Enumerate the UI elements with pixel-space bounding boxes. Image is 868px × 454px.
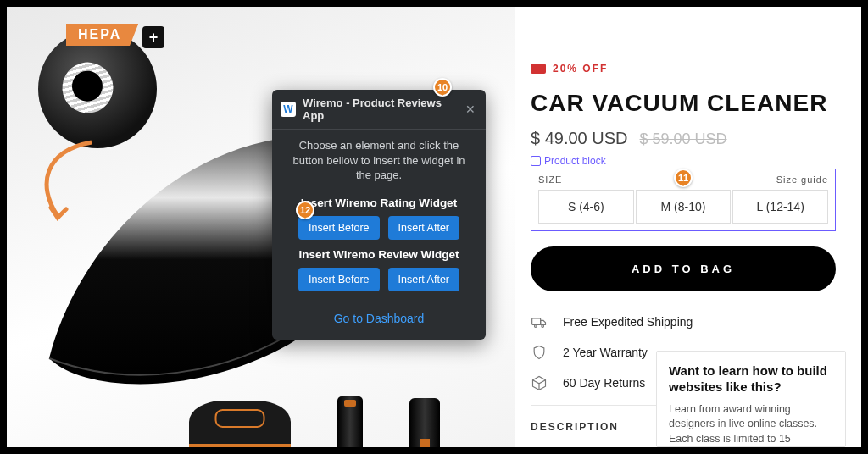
annotation-11: 11 <box>674 169 693 187</box>
wiremo-popup: 10 W Wiremo - Product Reviews App ✕ Choo… <box>272 90 486 340</box>
size-option-m[interactable]: M (8-10) <box>636 190 732 224</box>
feature-text: 2 Year Warranty <box>563 346 648 359</box>
size-guide-link[interactable]: Size guide <box>776 174 828 185</box>
annotation-12: 12 <box>296 201 314 219</box>
selected-block-wrapper: 11 SIZE Size guide S (4-6) M (8-10) L (1… <box>531 169 836 231</box>
hepa-filter-icon <box>57 51 143 131</box>
truck-icon <box>531 313 548 330</box>
selected-block-label: Product block <box>531 155 836 167</box>
rating-insert-before-button[interactable]: Insert Before <box>298 216 380 240</box>
tag-icon <box>531 64 546 74</box>
review-insert-after-button[interactable]: Insert After <box>388 268 459 291</box>
feature-text: Free Expedited Shipping <box>563 315 693 329</box>
popup-header: W Wiremo - Product Reviews App ✕ <box>272 90 486 130</box>
popup-instruction: Choose an element and click the button b… <box>272 130 486 188</box>
close-icon[interactable]: ✕ <box>464 102 477 116</box>
discount-badge: 20% OFF <box>531 63 836 75</box>
add-to-bag-button[interactable]: ADD TO BAG <box>531 246 836 291</box>
page: HEPA + 20% OFF C <box>7 7 861 447</box>
annotation-10: 10 <box>433 78 452 97</box>
svg-point-2 <box>535 325 537 328</box>
dashboard-link[interactable]: Go to Dashboard <box>334 312 425 325</box>
wiremo-logo-icon: W <box>281 102 296 117</box>
accessory-nozzle <box>337 396 363 447</box>
size-option-l[interactable]: L (12-14) <box>732 190 828 224</box>
size-label: SIZE <box>538 174 562 185</box>
promo-card: Want to learn how to build websites like… <box>656 351 846 447</box>
shield-icon <box>531 344 548 361</box>
feature-shipping: Free Expedited Shipping <box>531 313 836 330</box>
section-review: Insert Wiremo Review Widget <box>272 248 486 261</box>
zoom-plus-icon[interactable]: + <box>142 26 164 48</box>
product-title: CAR VACUUM CLEANER <box>531 90 836 117</box>
price-old: $ 59.00 USD <box>640 130 727 148</box>
box-icon <box>531 374 548 391</box>
popup-title: Wiremo - Product Reviews App <box>303 97 457 122</box>
price-current: $ 49.00 USD <box>531 129 628 148</box>
accessory-pouch <box>189 401 291 447</box>
price-row: $ 49.00 USD $ 59.00 USD <box>531 129 836 148</box>
product-details: 20% OFF CAR VACUUM CLEANER $ 49.00 USD $… <box>515 7 861 447</box>
size-option-s[interactable]: S (4-6) <box>538 190 634 224</box>
discount-text: 20% OFF <box>553 63 608 75</box>
svg-point-3 <box>542 325 544 328</box>
rating-insert-after-button[interactable]: Insert After <box>388 216 459 240</box>
svg-rect-1 <box>532 318 541 325</box>
block-icon <box>531 156 541 166</box>
feature-text: 60 Day Returns <box>563 376 645 390</box>
promo-body: Learn from award winning designers in li… <box>669 402 833 447</box>
promo-title: Want to learn how to build websites like… <box>669 363 833 396</box>
hepa-badge: HEPA <box>66 24 138 46</box>
review-insert-before-button[interactable]: Insert Before <box>298 268 380 291</box>
accessory-cable <box>409 398 440 447</box>
size-options: S (4-6) M (8-10) L (12-14) <box>538 190 828 224</box>
